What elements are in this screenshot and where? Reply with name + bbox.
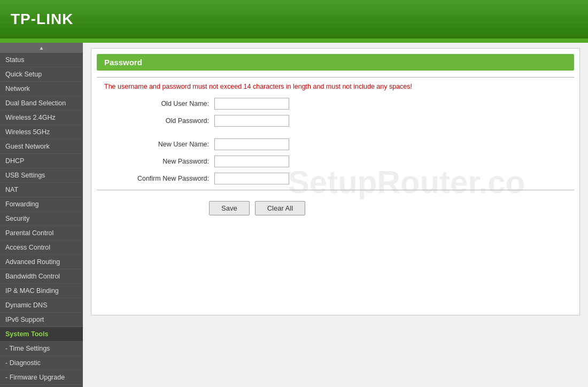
sidebar-item-dynamic-dns[interactable]: Dynamic DNS bbox=[0, 298, 83, 313]
old-password-row: Old Password: bbox=[107, 115, 563, 127]
content-inner: SetupRouter.co Password The username and… bbox=[91, 48, 580, 315]
sidebar-item-dual-band[interactable]: Dual Band Selection bbox=[0, 96, 83, 111]
sidebar-item-forwarding[interactable]: Forwarding bbox=[0, 197, 83, 212]
page-title: Password bbox=[97, 54, 574, 71]
sidebar-item-advanced-routing[interactable]: Advanced Routing bbox=[0, 255, 83, 269]
old-username-label: Old User Name: bbox=[107, 100, 214, 107]
divider-top bbox=[97, 77, 574, 78]
new-password-row: New Password: bbox=[107, 156, 563, 167]
sidebar-item-dhcp[interactable]: DHCP bbox=[0, 154, 83, 168]
old-username-row: Old User Name: bbox=[107, 98, 563, 110]
sidebar-item-factory-defaults[interactable]: - Factory Defaults bbox=[0, 385, 83, 387]
header-strip bbox=[0, 38, 588, 43]
sidebar-item-usb-settings[interactable]: USB Settings bbox=[0, 168, 83, 183]
scroll-up-button[interactable]: ▲ bbox=[0, 43, 83, 53]
new-username-row: New User Name: bbox=[107, 138, 563, 150]
sidebar-item-nat[interactable]: NAT bbox=[0, 183, 83, 197]
sidebar-item-diagnostic[interactable]: - Diagnostic bbox=[0, 356, 83, 370]
sidebar-item-bandwidth-control[interactable]: Bandwidth Control bbox=[0, 269, 83, 284]
sidebar-item-ipv6-support[interactable]: IPv6 Support bbox=[0, 313, 83, 327]
sidebar-item-security[interactable]: Security bbox=[0, 212, 83, 226]
sidebar-item-quick-setup[interactable]: Quick Setup bbox=[0, 67, 83, 82]
new-username-label: New User Name: bbox=[107, 141, 214, 148]
warning-message: The username and password must not excee… bbox=[104, 83, 567, 90]
sidebar: ▲ StatusQuick SetupNetworkDual Band Sele… bbox=[0, 43, 83, 387]
form-content: Password The username and password must … bbox=[97, 54, 574, 215]
new-password-label: New Password: bbox=[107, 158, 214, 165]
sidebar-item-ip-mac-binding[interactable]: IP & MAC Binding bbox=[0, 284, 83, 298]
old-password-label: Old Password: bbox=[107, 117, 214, 125]
sidebar-item-status[interactable]: Status bbox=[0, 53, 83, 67]
confirm-password-row: Confirm New Password: bbox=[107, 173, 563, 184]
form-spacer bbox=[107, 132, 563, 138]
sidebar-item-guest-network[interactable]: Guest Network bbox=[0, 140, 83, 154]
button-row: Save Clear All bbox=[209, 201, 574, 215]
sidebar-item-network[interactable]: Network bbox=[0, 82, 83, 96]
sidebar-item-firmware-upgrade[interactable]: - Firmware Upgrade bbox=[0, 370, 83, 385]
tp-link-logo: TP-LINK bbox=[11, 11, 73, 28]
header: TP-LINK bbox=[0, 0, 588, 38]
main-layout: ▲ StatusQuick SetupNetworkDual Band Sele… bbox=[0, 43, 588, 387]
save-button[interactable]: Save bbox=[209, 201, 250, 215]
confirm-password-label: Confirm New Password: bbox=[107, 175, 214, 182]
content-area: SetupRouter.co Password The username and… bbox=[83, 43, 588, 387]
old-username-input[interactable] bbox=[214, 98, 289, 110]
confirm-password-input[interactable] bbox=[214, 173, 289, 184]
sidebar-item-time-settings[interactable]: - Time Settings bbox=[0, 342, 83, 356]
clear-all-button[interactable]: Clear All bbox=[255, 201, 305, 215]
old-password-input[interactable] bbox=[214, 115, 289, 127]
new-password-input[interactable] bbox=[214, 156, 289, 167]
sidebar-item-wireless-5[interactable]: Wireless 5GHz bbox=[0, 125, 83, 140]
divider-bottom bbox=[97, 190, 574, 190]
new-username-input[interactable] bbox=[214, 138, 289, 150]
sidebar-item-access-control[interactable]: Access Control bbox=[0, 241, 83, 255]
sidebar-item-wireless-24[interactable]: Wireless 2.4GHz bbox=[0, 111, 83, 125]
password-form: Old User Name: Old Password: New User Na… bbox=[97, 98, 574, 184]
sidebar-item-parental-control[interactable]: Parental Control bbox=[0, 226, 83, 241]
sidebar-item-system-tools[interactable]: System Tools bbox=[0, 327, 83, 342]
